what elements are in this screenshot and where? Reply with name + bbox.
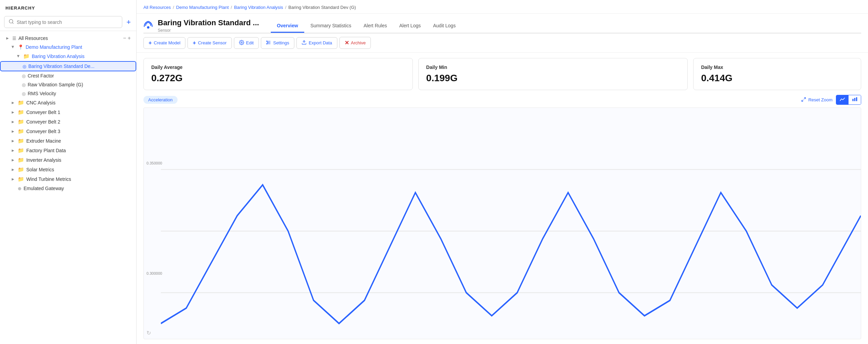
settings-icon <box>266 40 271 46</box>
sidebar-item-label: Emulated Gateway <box>24 186 64 191</box>
folder-icon: 📁 <box>18 147 24 154</box>
sidebar-item-inverter-analysis[interactable]: ► 📁 Inverter Analysis <box>0 155 136 165</box>
chevron-icon: ► <box>11 148 15 153</box>
sidebar-item-label: RMS Velocity <box>28 91 56 96</box>
stat-value: 0.414G <box>701 73 853 84</box>
settings-button[interactable]: Settings <box>261 37 294 49</box>
folder-icon: 📁 <box>18 167 24 173</box>
sidebar-item-label: Crest Factor <box>28 73 54 78</box>
stat-label: Daily Max <box>701 64 853 70</box>
breadcrumb-sep-1: / <box>173 5 174 10</box>
svg-line-1 <box>12 23 13 24</box>
sidebar-item-baring-vibration-analysis[interactable]: ► 📁 Baring Vibration Analysis <box>0 52 136 61</box>
breadcrumb-all-resources[interactable]: All Resources <box>143 5 171 10</box>
sidebar-item-factory-plant-data[interactable]: ► 📁 Factory Plant Data <box>0 146 136 155</box>
sensor-icon: ◎ <box>22 73 26 78</box>
breadcrumb-baring-vibration-analysis[interactable]: Baring Vibration Analysis <box>234 5 283 10</box>
search-box[interactable] <box>4 16 122 28</box>
search-icon <box>9 19 14 25</box>
sidebar-search-row: + <box>0 13 136 31</box>
chevron-icon: ► <box>11 129 15 134</box>
sensor-icon: ◎ <box>22 82 26 87</box>
sidebar-item-raw-vibration-sample[interactable]: ◎ Raw Vibration Sample (G) <box>0 80 136 89</box>
gear-icon <box>239 40 244 46</box>
breadcrumb-current: Baring Vibration Standard Dev (G) <box>289 5 356 10</box>
gateway-icon: ⊕ <box>18 186 22 191</box>
stat-value: 0.272G <box>151 73 405 84</box>
edit-button[interactable]: Edit <box>234 37 259 49</box>
stats-row: Daily Average 0.272G Daily Min 0.199G Da… <box>137 53 868 90</box>
svg-point-9 <box>266 43 267 44</box>
tab-alert-rules[interactable]: Alert Rules <box>358 19 393 33</box>
svg-point-2 <box>148 27 149 28</box>
export-data-button[interactable]: Export Data <box>296 37 337 49</box>
location-icon: 📍 <box>18 44 24 50</box>
sidebar-item-demo-manufacturing-plant[interactable]: ► 📍 Demo Manufacturing Plant <box>0 43 136 52</box>
folder-icon: 📁 <box>23 53 30 59</box>
svg-rect-12 <box>854 98 855 101</box>
stat-card-daily-max: Daily Max 0.414G <box>693 58 861 90</box>
tab-audit-logs[interactable]: Audit Logs <box>427 19 462 33</box>
sidebar-item-label: Conveyer Belt 1 <box>26 110 60 115</box>
sidebar-item-conveyer-belt-3[interactable]: ► 📁 Conveyer Belt 3 <box>0 127 136 136</box>
chart-toolbar: Acceleration Reset Zoom <box>143 95 861 105</box>
sidebar-item-label: Baring Vibration Standard De... <box>28 63 95 69</box>
stat-label: Daily Average <box>151 64 405 70</box>
sidebar-title: Hierarchy <box>0 0 136 13</box>
chart-type-buttons <box>836 95 861 105</box>
svg-point-8 <box>267 42 268 43</box>
sidebar-item-label: Raw Vibration Sample (G) <box>28 82 83 87</box>
sidebar-item-wind-turbine-metrics[interactable]: ► 📁 Wind Turbine Metrics <box>0 174 136 184</box>
sidebar-item-solar-metrics[interactable]: ► 📁 Solar Metrics <box>0 165 136 174</box>
breadcrumb-sep-3: / <box>285 5 286 10</box>
sensor-broadcast-icon <box>143 20 153 31</box>
sidebar-item-emulated-gateway[interactable]: ⊕ Emulated Gateway <box>0 184 136 193</box>
sidebar-tree: ► ☰ All Resources − + ► 📍 Demo Manufactu… <box>0 31 136 344</box>
sidebar-item-conveyer-belt-1[interactable]: ► 📁 Conveyer Belt 1 <box>0 108 136 117</box>
sidebar-item-all-resources[interactable]: ► ☰ All Resources − + <box>0 34 136 43</box>
sidebar-item-conveyer-belt-2[interactable]: ► 📁 Conveyer Belt 2 <box>0 117 136 127</box>
svg-point-7 <box>266 41 267 42</box>
sidebar-item-label: All Resources <box>18 35 48 41</box>
reset-zoom-button[interactable]: Reset Zoom <box>801 97 832 103</box>
folder-icon: 📁 <box>18 176 24 182</box>
chart-area: Acceleration Reset Zoom <box>137 90 868 344</box>
expand-btn[interactable]: + <box>128 35 131 41</box>
sidebar-item-rms-velocity[interactable]: ◎ RMS Velocity <box>0 89 136 98</box>
breadcrumb-demo-plant[interactable]: Demo Manufacturing Plant <box>176 5 229 10</box>
search-input[interactable] <box>17 19 118 25</box>
bar-chart-button[interactable] <box>849 95 861 104</box>
create-sensor-button[interactable]: + Create Sensor <box>187 37 232 49</box>
chevron-icon: ► <box>11 139 15 143</box>
stat-value: 0.199G <box>426 73 680 84</box>
stat-card-daily-average: Daily Average 0.272G <box>143 58 413 90</box>
breadcrumb: All Resources / Demo Manufacturing Plant… <box>137 0 868 14</box>
stat-card-daily-min: Daily Min 0.199G <box>418 58 688 90</box>
archive-button[interactable]: ✕ Archive <box>339 37 371 49</box>
create-model-button[interactable]: + Create Model <box>143 37 185 49</box>
sidebar-item-baring-vibration-standard-dev[interactable]: ◎ Baring Vibration Standard De... <box>0 61 136 71</box>
tab-overview[interactable]: Overview <box>271 19 304 33</box>
breadcrumb-sep-2: / <box>231 5 232 10</box>
folder-icon: 📁 <box>18 109 24 115</box>
sidebar-item-label: Factory Plant Data <box>26 148 66 153</box>
sidebar-item-cnc-analysis[interactable]: ► 📁 CNC Analysis <box>0 98 136 108</box>
upload-icon <box>302 40 307 46</box>
chart-tag: Acceleration <box>143 96 178 104</box>
sidebar-item-extruder-machine[interactable]: ► 📁 Extruder Macine <box>0 136 136 146</box>
resource-header: Baring Vibration Standard ... Sensor Ove… <box>137 14 868 33</box>
sensor-icon: ◎ <box>23 64 26 69</box>
tab-alert-logs[interactable]: Alert Logs <box>393 19 427 33</box>
sidebar-item-crest-factor[interactable]: ◎ Crest Factor <box>0 71 136 80</box>
sidebar-item-label: Wind Turbine Metrics <box>26 176 71 182</box>
chart-svg <box>161 108 861 339</box>
svg-rect-13 <box>856 97 857 101</box>
chevron-icon: ► <box>5 36 10 41</box>
collapse-btn[interactable]: − <box>123 35 126 41</box>
x-icon: ✕ <box>345 40 349 46</box>
chevron-icon: ► <box>11 119 15 124</box>
tab-summary-statistics[interactable]: Summary Statistics <box>304 19 358 33</box>
add-resource-button[interactable]: + <box>125 18 132 27</box>
chart-container[interactable]: 0.350000 0.300000 ↻ <box>143 108 861 339</box>
line-chart-button[interactable] <box>836 95 849 104</box>
